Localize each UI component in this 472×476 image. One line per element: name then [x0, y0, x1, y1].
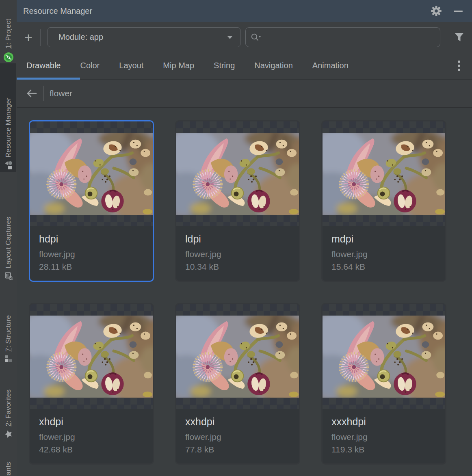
minimize-icon[interactable] — [451, 4, 466, 18]
filter-funnel-icon[interactable] — [452, 30, 466, 45]
overflow-menu-icon[interactable] — [452, 58, 466, 73]
panel-title: Resource Manager — [23, 6, 429, 16]
tab-layout[interactable]: Layout — [119, 59, 143, 72]
chevron-down-icon — [227, 36, 233, 39]
breadcrumb-divider — [43, 86, 44, 101]
resource-toolbar: + Module: app — [17, 22, 472, 52]
resource-thumbnail — [30, 304, 153, 409]
sidebar-item-label: 1: Project — [4, 19, 13, 49]
resource-manager-panel: Resource Manager + Module: app — [17, 0, 472, 476]
tab-color[interactable]: Color — [80, 59, 100, 72]
flower-image — [323, 316, 445, 398]
search-box[interactable] — [245, 27, 440, 47]
resource-file-size: 42.68 kB — [39, 445, 144, 454]
toolbar-divider — [40, 29, 41, 46]
resource-file-name: flower.jpg — [331, 432, 436, 442]
tool-window-stripe: 1: Project Resource Manager — [0, 0, 16, 476]
selected-tab-indicator — [17, 78, 80, 80]
sidebar-item-build-variants[interactable]: riants — [0, 447, 16, 476]
structure-icon — [5, 355, 12, 362]
sidebar-item-label: Layout Captures — [4, 216, 13, 268]
resource-thumbnail — [323, 121, 445, 226]
sidebar-item-structure[interactable]: 7: Structure — [0, 290, 16, 362]
resource-density-label: hdpi — [39, 233, 144, 245]
resource-file-size: 28.11 kB — [39, 262, 144, 272]
resource-card-ldpi[interactable]: ldpi flower.jpg 10.34 kB — [175, 120, 300, 282]
resource-file-name: flower.jpg — [185, 249, 290, 259]
back-arrow-icon[interactable] — [26, 89, 37, 98]
sidebar-item-project[interactable]: 1: Project — [0, 2, 16, 63]
resource-file-name: flower.jpg — [39, 249, 144, 259]
module-selector[interactable]: Module: app — [48, 27, 240, 47]
sidebar-item-label: 7: Structure — [4, 315, 13, 352]
resource-card-xhdpi[interactable]: xhdpi flower.jpg 42.68 kB — [29, 303, 154, 465]
resource-card-hdpi[interactable]: hdpi flower.jpg 28.11 kB — [29, 120, 154, 282]
tab-mip-map[interactable]: Mip Map — [163, 59, 194, 72]
resource-grid-area: hdpi flower.jpg 28.11 kB ldpi flower.jpg… — [17, 108, 472, 476]
resource-file-name: flower.jpg — [39, 432, 144, 442]
resource-card-xxhdpi[interactable]: xxhdpi flower.jpg 77.8 kB — [175, 303, 300, 465]
sidebar-item-layout-captures[interactable]: Layout Captures — [0, 178, 16, 280]
resource-file-size: 15.64 kB — [331, 262, 436, 272]
tab-navigation[interactable]: Navigation — [254, 59, 293, 72]
layout-captures-icon — [4, 272, 13, 280]
resource-density-label: xhdpi — [39, 416, 144, 428]
resource-density-label: xxhdpi — [185, 416, 290, 428]
sidebar-item-favorites[interactable]: 2: Favorites — [0, 373, 16, 439]
tab-animation[interactable]: Animation — [312, 59, 349, 72]
resource-file-size: 77.8 kB — [185, 445, 290, 454]
add-resource-button[interactable]: + — [17, 30, 40, 44]
module-selector-value: Module: app — [58, 32, 227, 42]
resource-thumbnail — [30, 121, 153, 226]
search-icon — [251, 33, 262, 42]
tab-drawable[interactable]: Drawable — [26, 59, 61, 72]
favorites-star-icon — [4, 430, 13, 439]
resource-thumbnail — [323, 304, 445, 409]
gear-icon[interactable] — [429, 4, 444, 18]
resource-card-mdpi[interactable]: mdpi flower.jpg 15.64 kB — [321, 120, 446, 282]
sidebar-item-label: riants — [4, 462, 13, 476]
resource-type-tabs: Drawable Color Layout Mip Map String Nav… — [17, 52, 472, 80]
breadcrumb: flower — [17, 80, 472, 108]
resource-density-label: ldpi — [185, 233, 290, 245]
search-input[interactable] — [262, 33, 435, 42]
flower-image — [323, 133, 445, 215]
resource-file-name: flower.jpg — [185, 432, 290, 442]
flower-image — [176, 133, 299, 215]
resource-thumbnail — [176, 304, 299, 409]
resource-manager-icon — [5, 161, 12, 170]
sidebar-item-label: Resource Manager — [4, 97, 13, 158]
resource-density-label: xxxhdpi — [331, 416, 436, 428]
resource-thumbnail — [176, 121, 299, 226]
tab-string[interactable]: String — [214, 59, 235, 72]
sidebar-item-label: 2: Favorites — [4, 389, 13, 426]
android-project-icon — [3, 52, 14, 63]
resource-card-xxxhdpi[interactable]: xxxhdpi flower.jpg 119.3 kB — [321, 303, 446, 465]
resource-file-size: 119.3 kB — [331, 445, 436, 454]
resource-file-name: flower.jpg — [331, 249, 436, 259]
sidebar-item-resource-manager[interactable]: Resource Manager — [0, 63, 16, 172]
flower-image — [30, 316, 153, 398]
flower-image — [176, 316, 299, 398]
panel-titlebar: Resource Manager — [17, 0, 472, 22]
flower-image — [30, 133, 153, 215]
resource-density-label: mdpi — [331, 233, 436, 245]
resource-file-size: 10.34 kB — [185, 262, 290, 272]
breadcrumb-current: flower — [50, 89, 72, 98]
